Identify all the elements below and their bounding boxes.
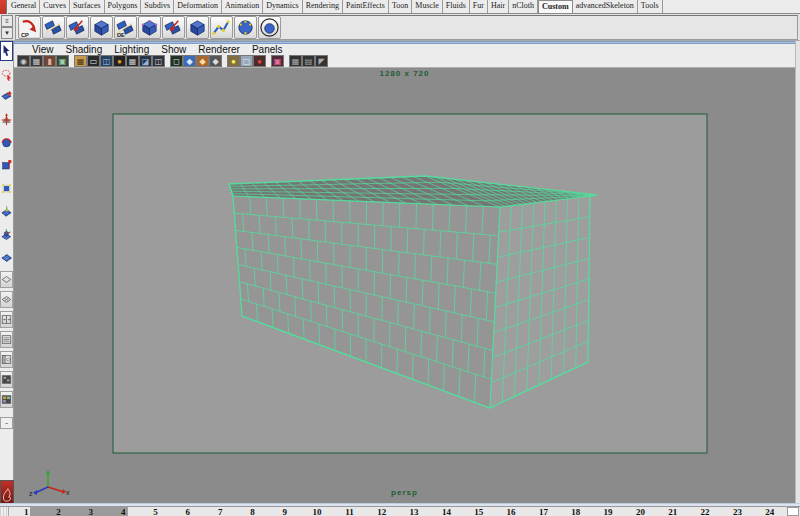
frame-17[interactable]: 17 bbox=[527, 507, 559, 516]
shelf-tab-animation[interactable]: Animation bbox=[222, 0, 263, 13]
frame-14[interactable]: 14 bbox=[430, 507, 462, 516]
frame-8[interactable]: 8 bbox=[236, 507, 268, 516]
panel-menu-view[interactable]: View bbox=[26, 44, 60, 55]
shelf-item-smooth-cube[interactable] bbox=[186, 16, 209, 39]
shelf-tab-custom[interactable]: Custom bbox=[538, 0, 573, 13]
textured-display-icon[interactable]: ◆ bbox=[196, 55, 209, 67]
shelf-item-cp-tool[interactable]: CP bbox=[18, 16, 41, 39]
layout-pane-with-attributes[interactable] bbox=[0, 331, 13, 348]
frame-22[interactable]: 22 bbox=[689, 507, 721, 516]
panel-menu-shading[interactable]: Shading bbox=[60, 44, 109, 55]
panel-menu-panels[interactable]: Panels bbox=[246, 44, 289, 55]
shelf-item-extract[interactable] bbox=[162, 16, 185, 39]
layout-two-pane-stacked[interactable]: ++ bbox=[0, 311, 13, 328]
perspective-viewport[interactable]: xz 1280 x 720 persp bbox=[14, 68, 795, 504]
shelf-tab-tools[interactable]: Tools bbox=[638, 0, 663, 13]
frame-20[interactable]: 20 bbox=[624, 507, 656, 516]
wireframe-display-icon[interactable]: ◻ bbox=[170, 55, 183, 67]
flat-lighting-icon[interactable]: ▢ bbox=[240, 55, 253, 67]
shelf-menu-button[interactable]: ▼ bbox=[1, 27, 13, 39]
shelf-tab-deformation[interactable]: Deformation bbox=[174, 0, 222, 13]
shelf-item-poly-verts[interactable] bbox=[138, 16, 161, 39]
bookmarks-icon[interactable]: ▣ bbox=[56, 55, 69, 67]
default-material-icon[interactable]: ◆ bbox=[209, 55, 222, 67]
scale-tool[interactable] bbox=[0, 156, 13, 176]
panel-menu-renderer[interactable]: Renderer bbox=[192, 44, 246, 55]
camera-attributes-icon[interactable]: ▮ bbox=[43, 55, 56, 67]
no-lights-icon[interactable]: ● bbox=[253, 55, 266, 67]
paint-selection-tool[interactable] bbox=[0, 87, 13, 107]
panel-menu-show[interactable]: Show bbox=[155, 44, 192, 55]
shelf-item-delete-edge[interactable]: DE bbox=[114, 16, 137, 39]
layout-shrink-button[interactable]: - bbox=[0, 417, 13, 429]
frame-19[interactable]: 19 bbox=[592, 507, 624, 516]
show-manipulator-tool[interactable] bbox=[0, 225, 13, 245]
safe-title-icon[interactable]: ◫ bbox=[152, 55, 165, 67]
frame-11[interactable]: 11 bbox=[333, 507, 365, 516]
universal-manipulator-tool[interactable] bbox=[0, 179, 13, 199]
panel-menu-lighting[interactable]: Lighting bbox=[108, 44, 155, 55]
shelf-tab-subdivs[interactable]: Subdivs bbox=[141, 0, 174, 13]
shaded-display-icon[interactable]: ◆ bbox=[183, 55, 196, 67]
last-tool-used[interactable] bbox=[0, 248, 13, 268]
plugin-display-icon[interactable]: ▦ bbox=[289, 55, 302, 67]
frame-13[interactable]: 13 bbox=[398, 507, 430, 516]
shelf-tab-general[interactable]: General bbox=[8, 0, 40, 13]
shelf-tab-advancedskeleton[interactable]: advancedSkeleton bbox=[573, 0, 638, 13]
film-gate-icon[interactable]: ▭ bbox=[87, 55, 100, 67]
frame-7[interactable]: 7 bbox=[204, 507, 236, 516]
rotate-tool[interactable] bbox=[0, 133, 13, 153]
frame-10[interactable]: 10 bbox=[301, 507, 333, 516]
safe-action-icon[interactable]: ◪ bbox=[139, 55, 152, 67]
frame-4[interactable]: 4 bbox=[107, 507, 139, 516]
shelf-item-poly-pair[interactable] bbox=[90, 16, 113, 39]
select-camera-icon[interactable]: ◉ bbox=[17, 55, 30, 67]
shelf-tab-dynamics[interactable]: Dynamics bbox=[263, 0, 302, 13]
shelf-tab-fluids[interactable]: Fluids bbox=[443, 0, 470, 13]
shelf-tab-muscle[interactable]: Muscle bbox=[412, 0, 443, 13]
frame-5[interactable]: 5 bbox=[139, 507, 171, 516]
frame-9[interactable]: 9 bbox=[269, 507, 301, 516]
isolate-select-icon[interactable]: ▣ bbox=[271, 55, 284, 67]
layout-four-pane[interactable] bbox=[0, 291, 13, 308]
texture-view-icon[interactable]: ▤ bbox=[302, 55, 315, 67]
shelf-item-transfer-tool[interactable] bbox=[66, 16, 89, 39]
shelf-item-ik-chain[interactable] bbox=[210, 16, 233, 39]
move-tool[interactable] bbox=[0, 110, 13, 130]
shelf-tab-surfaces[interactable]: Surfaces bbox=[70, 0, 105, 13]
frame-23[interactable]: 23 bbox=[721, 507, 753, 516]
frame-18[interactable]: 18 bbox=[560, 507, 592, 516]
frame-6[interactable]: 6 bbox=[172, 507, 204, 516]
frame-21[interactable]: 21 bbox=[657, 507, 689, 516]
shelf-tab-curves[interactable]: Curves bbox=[40, 0, 70, 13]
soft-modification-tool[interactable] bbox=[0, 202, 13, 222]
shelf-item-mirror-geometry[interactable] bbox=[42, 16, 65, 39]
layout-single-pane[interactable] bbox=[0, 271, 13, 288]
shelf-tab-rendering[interactable]: Rendering bbox=[303, 0, 343, 13]
exposure-icon[interactable]: ◤ bbox=[315, 55, 328, 67]
shelf-tab-polygons[interactable]: Polygons bbox=[105, 0, 142, 13]
frame-24[interactable]: 24 bbox=[754, 507, 786, 516]
layout-persp-outliner[interactable] bbox=[0, 351, 13, 368]
resolution-gate-icon[interactable]: ◫ bbox=[100, 55, 113, 67]
shelf-tab-toggle-button[interactable]: ≡ bbox=[1, 15, 13, 27]
timeline-grip[interactable] bbox=[0, 507, 9, 516]
image-plane-icon[interactable]: ▦ bbox=[74, 55, 87, 67]
shelf-item-wrap-sphere[interactable] bbox=[234, 16, 257, 39]
frame-2[interactable]: 2 bbox=[42, 507, 74, 516]
shelf-item-circle-sphere[interactable] bbox=[258, 16, 281, 39]
all-lights-icon[interactable]: ● bbox=[227, 55, 240, 67]
frame-3[interactable]: 3 bbox=[75, 507, 107, 516]
timeline-end-field[interactable] bbox=[787, 507, 799, 516]
select-tool[interactable] bbox=[0, 41, 13, 61]
frame-15[interactable]: 15 bbox=[463, 507, 495, 516]
shelf-tab-toon[interactable]: Toon bbox=[389, 0, 412, 13]
shelf-tab-ncloth[interactable]: nCloth bbox=[509, 0, 538, 13]
lasso-tool[interactable] bbox=[0, 64, 13, 84]
frame-1[interactable]: 1 bbox=[10, 507, 42, 516]
frame-12[interactable]: 12 bbox=[366, 507, 398, 516]
lock-camera-icon[interactable]: ▦ bbox=[30, 55, 43, 67]
gate-mask-icon[interactable]: ● bbox=[113, 55, 126, 67]
frame-16[interactable]: 16 bbox=[495, 507, 527, 516]
shelf-tab-hair[interactable]: Hair bbox=[488, 0, 509, 13]
